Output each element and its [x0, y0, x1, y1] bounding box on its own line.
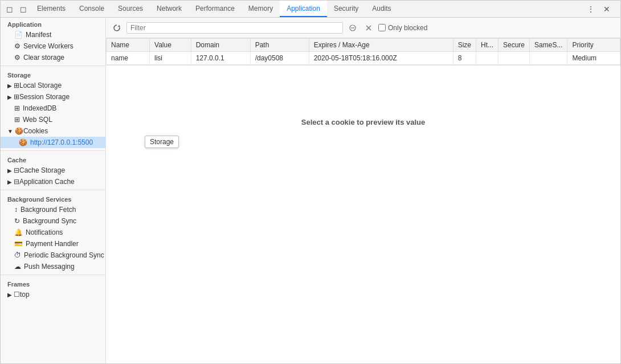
- sidebar-item-notifications[interactable]: 🔔 Notifications: [1, 227, 105, 238]
- sidebar-item-web-sql[interactable]: ⊞ Web SQL: [1, 114, 105, 125]
- sidebar-item-application-cache[interactable]: ▶ ⊟ Application Cache: [1, 176, 105, 187]
- table-row[interactable]: namelisi127.0.0.1/day05082020-05-18T05:1…: [107, 52, 620, 65]
- table-cell: /day0508: [250, 52, 309, 65]
- table-cell: [530, 52, 567, 65]
- web-sql-icon: ⊞: [14, 116, 20, 124]
- sidebar-item-cache-storage[interactable]: ▶ ⊟ Cache Storage: [1, 165, 105, 176]
- cache-storage-icon: ⊟: [14, 166, 19, 174]
- application-cache-icon: ⊟: [14, 178, 19, 186]
- cookies-icon: 🍪: [15, 127, 23, 135]
- storage-section-label: Storage: [1, 68, 105, 80]
- only-blocked-checkbox[interactable]: [378, 24, 386, 31]
- cookie-url-icon: 🍪: [19, 138, 27, 146]
- table-cell: 8: [453, 52, 476, 65]
- sidebar-item-manifest[interactable]: 📄 Manifest: [1, 29, 105, 40]
- table-cell: 127.0.0.1: [191, 52, 250, 65]
- table-cell: Medium: [567, 52, 620, 65]
- top-icon: ☐: [14, 291, 20, 298]
- more-options-icon[interactable]: ⋮: [584, 2, 598, 16]
- col-ht: Ht...: [476, 39, 498, 52]
- tab-audits[interactable]: Audits: [365, 1, 398, 17]
- tab-application[interactable]: Application: [280, 1, 327, 17]
- filter-input[interactable]: [126, 22, 343, 34]
- sidebar-item-session-storage[interactable]: ▶ ⊞ Session Storage: [1, 91, 105, 103]
- main-area: Application 📄 Manifest ⚙ Service Workers…: [1, 18, 620, 363]
- sidebar-item-bg-sync[interactable]: ↻ Background Sync: [1, 215, 105, 227]
- content-area: Only blocked Name Value Domain Path Expi…: [106, 18, 620, 363]
- col-value: Value: [150, 39, 191, 52]
- sidebar-item-top[interactable]: ▶ ☐ top: [1, 289, 105, 300]
- cache-arrow-icon: ▶: [7, 167, 12, 174]
- session-storage-icon: ⊞: [14, 93, 19, 101]
- svg-marker-0: [118, 25, 120, 27]
- divider-3: [1, 190, 105, 190]
- col-sames: SameS...: [530, 39, 567, 52]
- divider-1: [1, 66, 105, 66]
- col-size: Size: [453, 39, 476, 52]
- table-cell: 2020-05-18T05:18:16.000Z: [309, 52, 453, 65]
- local-storage-icon: ⊞: [14, 81, 19, 89]
- app-cache-arrow-icon: ▶: [7, 179, 12, 185]
- tab-memory[interactable]: Memory: [242, 1, 280, 17]
- indexeddb-icon: ⊞: [14, 104, 20, 112]
- bg-services-section-label: Background Services: [1, 193, 105, 204]
- sidebar-item-bg-fetch[interactable]: ↕ Background Fetch: [1, 204, 105, 215]
- tab-console[interactable]: Console: [72, 1, 111, 17]
- col-name: Name: [107, 39, 150, 52]
- only-blocked-label[interactable]: Only blocked: [378, 24, 427, 32]
- bg-fetch-icon: ↕: [14, 206, 18, 214]
- divider-4: [1, 275, 105, 275]
- tab-security[interactable]: Security: [327, 1, 365, 17]
- sidebar-item-payment-handler[interactable]: 💳 Payment Handler: [1, 238, 105, 250]
- expand-arrow-icon-2: ▶: [7, 94, 12, 100]
- cookie-toolbar: Only blocked: [106, 18, 620, 38]
- tab-network[interactable]: Network: [150, 1, 189, 17]
- expand-arrow-icon: ▶: [7, 83, 12, 89]
- cache-section-label: Cache: [1, 153, 105, 165]
- cookie-preview-area: Select a cookie to preview its value: [106, 65, 620, 179]
- notifications-icon: 🔔: [14, 228, 23, 236]
- sidebar-item-periodic-bg-sync[interactable]: ⏱ Periodic Background Sync: [1, 250, 105, 261]
- top-tab-bar: ◻ ◻ Elements Console Sources Network Per…: [1, 1, 620, 18]
- col-path: Path: [250, 39, 309, 52]
- frames-section-label: Frames: [1, 277, 105, 289]
- sidebar-item-push-messaging[interactable]: ☁ Push Messaging: [1, 261, 105, 272]
- refresh-icon: [113, 24, 121, 32]
- devtools-dock-icon[interactable]: ◻: [3, 2, 17, 16]
- refresh-button[interactable]: [111, 22, 123, 34]
- sidebar-item-cookies-url[interactable]: 🍪 http://127.0.0.1:5500: [1, 137, 105, 148]
- cookie-table-container: Name Value Domain Path Expires / Max-Age…: [106, 38, 620, 363]
- table-cell: [499, 52, 530, 65]
- col-expires: Expires / Max-Age: [309, 39, 453, 52]
- application-section-label: Application: [1, 18, 105, 29]
- sidebar-item-service-workers[interactable]: ⚙ Service Workers: [1, 40, 105, 52]
- table-cell: name: [107, 52, 150, 65]
- devtools-mobile-icon[interactable]: ◻: [17, 2, 30, 16]
- table-header-row: Name Value Domain Path Expires / Max-Age…: [107, 39, 620, 52]
- tab-performance[interactable]: Performance: [189, 1, 242, 17]
- close-filter-icon[interactable]: [362, 22, 375, 34]
- manifest-icon: 📄: [14, 31, 23, 39]
- preview-text: Select a cookie to preview its value: [301, 118, 425, 126]
- cookie-tbody: namelisi127.0.0.1/day05082020-05-18T05:1…: [107, 52, 620, 65]
- tab-elements[interactable]: Elements: [30, 1, 72, 17]
- sidebar-item-indexeddb[interactable]: ⊞ IndexedDB: [1, 103, 105, 114]
- clear-storage-icon: ⚙: [14, 54, 21, 62]
- cookies-arrow-icon: ▼: [7, 128, 13, 134]
- payment-handler-icon: 💳: [14, 240, 23, 248]
- push-messaging-icon: ☁: [14, 263, 21, 271]
- sidebar: Application 📄 Manifest ⚙ Service Workers…: [1, 18, 106, 363]
- periodic-bg-sync-icon: ⏱: [14, 251, 21, 259]
- divider-2: [1, 150, 105, 151]
- sidebar-item-clear-storage[interactable]: ⚙ Clear storage: [1, 52, 105, 63]
- sidebar-item-local-storage[interactable]: ▶ ⊞ Local Storage: [1, 80, 105, 91]
- close-devtools-icon[interactable]: ✕: [600, 2, 614, 16]
- bg-sync-icon: ↻: [14, 217, 20, 225]
- storage-tooltip: Storage: [145, 136, 179, 148]
- sidebar-item-cookies[interactable]: ▼ 🍪 Cookies: [1, 125, 105, 137]
- tab-sources[interactable]: Sources: [111, 1, 150, 17]
- col-priority: Priority: [567, 39, 620, 52]
- clear-filter-icon[interactable]: [346, 22, 359, 34]
- service-workers-icon: ⚙: [14, 42, 21, 50]
- cookie-table: Name Value Domain Path Expires / Max-Age…: [106, 38, 620, 65]
